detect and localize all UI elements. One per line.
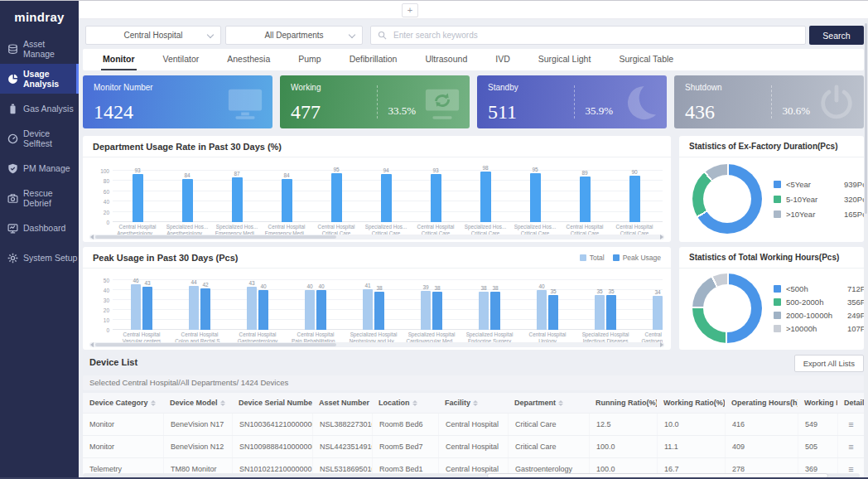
cell-facility: Central Hospital: [438, 414, 508, 435]
search-button[interactable]: Search: [809, 26, 864, 45]
bar-total: [247, 287, 257, 330]
stat-card-percent: 30.6%: [783, 104, 811, 118]
tab-defibrillation[interactable]: Defibrillation: [348, 49, 399, 70]
y-axis-tick: 20: [89, 307, 109, 313]
legend-label: 500-2000h: [786, 298, 842, 307]
bar-total: [595, 295, 605, 330]
sort-icon[interactable]: [558, 400, 563, 406]
sort-icon[interactable]: [412, 400, 417, 406]
filter-bar: Central Hospital All Departments Search: [83, 26, 864, 45]
tab-ultrasound[interactable]: Ultrasound: [423, 49, 469, 70]
sidebar-item-dashboard[interactable]: Dashboard: [0, 213, 79, 243]
bar-total: [189, 286, 199, 330]
cell-asset-number: NSL44235149100...: [312, 436, 372, 457]
legend-row-10000h: >10000h107Pcs: [774, 324, 868, 333]
device-tabs: MonitorVentilatorAnesthesiaPumpDefibrill…: [83, 49, 864, 70]
stat-card-percent: 33.5%: [388, 104, 417, 118]
bar-group: 4340: [229, 269, 287, 330]
column-header-device-serial-number[interactable]: Device Serial Number: [232, 393, 312, 413]
sidebar-item-system-setup[interactable]: System Setup: [0, 243, 79, 273]
column-header-asset-number[interactable]: Asset Number: [312, 393, 372, 413]
column-header-label: Department: [514, 399, 556, 407]
sort-icon[interactable]: [220, 400, 225, 406]
bar-value-label: 38: [371, 285, 388, 291]
bar-peak-usage: [200, 288, 210, 330]
sort-icon[interactable]: [473, 400, 478, 406]
bar-group: 3838: [461, 269, 518, 330]
sidebar-item-usage-analysis[interactable]: Usage Analysis: [0, 64, 79, 94]
sidebar: mindray Asset ManageUsage AnalysisGas An…: [0, 1, 79, 479]
search-input[interactable]: [392, 30, 798, 41]
cell-working-hou: 505: [798, 436, 837, 457]
column-header-location[interactable]: Location: [372, 393, 438, 413]
top-strip: +: [79, 1, 868, 19]
monitor-icon: [226, 84, 264, 122]
cell-device-serial-number: SN1003641210000000: [232, 414, 312, 435]
tab-monitor[interactable]: Monitor: [101, 49, 137, 70]
bars-layer: 46434442434040404138393838384035353534: [113, 269, 663, 330]
column-header-running-ratio[interactable]: Running Ratio(%): [589, 393, 657, 413]
sidebar-item-label: Rescue Debrief: [23, 188, 79, 208]
cell-location: Room8 Bed6: [372, 414, 438, 435]
legend-swatch: [774, 285, 781, 293]
vertical-scrollbar[interactable]: [864, 19, 868, 472]
legend-swatch: [613, 254, 620, 261]
sort-icon[interactable]: [151, 400, 156, 406]
tab-ventilator[interactable]: Ventilator: [162, 49, 201, 70]
column-header-device-model[interactable]: Device Model: [163, 393, 232, 413]
stat-card-value: 1424: [94, 101, 133, 123]
detail-cell[interactable]: ≡: [837, 436, 864, 457]
export-all-lists-button[interactable]: Export All Lists: [794, 355, 864, 372]
device-selftest-icon: [7, 133, 18, 144]
scrollbar-thumb[interactable]: [865, 23, 867, 214]
bar-group: 95: [311, 160, 361, 222]
bar: [232, 177, 243, 222]
scrollbar-thumb[interactable]: [95, 343, 336, 346]
legend-label: >10Year: [786, 210, 839, 219]
ex-factory-panel: Statistics of Ex-Factory Duration(Pcs) <…: [679, 136, 864, 242]
bar: [331, 173, 342, 222]
tab-anesthesia[interactable]: Anesthesia: [225, 49, 272, 70]
legend-label: <500h: [786, 284, 842, 293]
legend-swatch: [774, 196, 781, 203]
bar-group: 4035: [518, 269, 576, 330]
legend-row-500-2000h: 500-2000h356Pcs: [774, 298, 868, 307]
detail-cell[interactable]: ≡: [837, 414, 864, 435]
hospital-select[interactable]: Central Hospital: [85, 26, 221, 45]
bar-total: [479, 292, 489, 330]
peak-usage-scrollbar[interactable]: [89, 342, 664, 347]
tab-surgical-table[interactable]: Surgical Table: [617, 49, 675, 70]
legend-row-500h: <500h712Pcs: [774, 284, 868, 293]
y-axis-tick: 60: [89, 188, 109, 194]
legend-row-5year: <5Year939Pcs: [774, 180, 868, 189]
column-header-label: Device Category: [89, 399, 148, 407]
department-select[interactable]: All Departments: [225, 26, 363, 45]
column-header-operating-hours-h[interactable]: Operating Hours(h): [725, 393, 798, 413]
column-header-working-ratio[interactable]: Working Ratio(%): [657, 393, 725, 413]
stat-card-percent: 35.9%: [586, 104, 614, 118]
power-icon: [817, 84, 856, 122]
usage-analysis-icon: [7, 74, 18, 85]
bar-peak-usage: [490, 292, 500, 330]
column-header-department[interactable]: Department: [508, 393, 589, 413]
sidebar-item-rescue-debrief[interactable]: Rescue Debrief: [0, 183, 79, 213]
asset-manage-icon: [7, 44, 18, 55]
legend-swatch: [580, 254, 586, 261]
bar-value-label: 87: [229, 171, 245, 177]
legend-label: Peak Usage: [623, 254, 661, 262]
column-header-device-category[interactable]: Device Category: [83, 393, 163, 413]
new-tab-button[interactable]: +: [402, 3, 418, 17]
sidebar-item-device-selftest[interactable]: Device Selftest: [0, 123, 79, 153]
sidebar-item-pm-manage[interactable]: PM Manage: [0, 153, 79, 183]
usage-rate-scrollbar[interactable]: [89, 235, 664, 240]
cell-operating-hours-h: 409: [725, 436, 798, 457]
tab-surgical-light[interactable]: Surgical Light: [537, 49, 593, 70]
table-row: MonitorBeneVision N17SN1003641210000000N…: [83, 413, 864, 435]
tab-ivd[interactable]: IVD: [494, 49, 512, 70]
tab-pump[interactable]: Pump: [297, 49, 322, 70]
column-header-facility[interactable]: Facility: [438, 393, 508, 413]
sidebar-item-gas-analysis[interactable]: Gas Analysis: [0, 94, 79, 123]
sidebar-item-asset-manage[interactable]: Asset Manage: [0, 34, 79, 64]
scrollbar-thumb[interactable]: [95, 235, 336, 239]
bar-group: 84: [262, 160, 311, 222]
